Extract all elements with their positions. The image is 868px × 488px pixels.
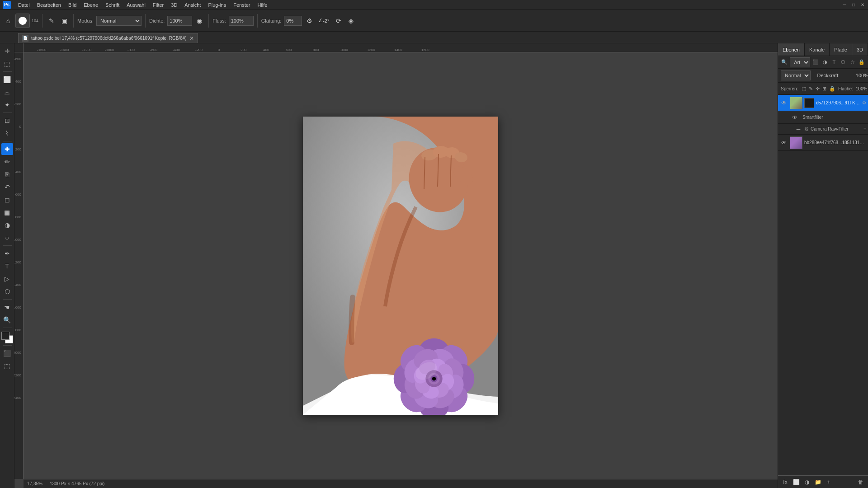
add-layer-button[interactable]: + [824,478,833,487]
camera-raw-options[interactable]: ≡ [863,127,866,131]
filter-shape-icon[interactable]: ⬡ [840,58,847,67]
blur-tool[interactable]: ◑ [1,219,13,231]
tab-3d[interactable]: 3D [852,43,868,56]
sublayer-smartfilter[interactable]: 👁 Smartfilter [778,111,868,124]
home-button[interactable]: ⌂ [3,15,14,26]
maximize-button[interactable]: □ [851,2,856,8]
healing-tool[interactable]: ✚ [1,143,13,155]
screen-mode-tool[interactable]: ⬚ [1,360,13,372]
marquee-tool[interactable]: ⬜ [1,74,13,85]
hand-tool[interactable]: ☚ [1,301,13,313]
color-swatches[interactable] [1,332,13,343]
menu-fenster[interactable]: Fenster [230,0,254,9]
layer-2-visibility[interactable]: 👁 [780,139,788,147]
brush-preview[interactable] [15,14,30,28]
glaettung-input[interactable] [284,16,302,26]
brush-preset-icon[interactable]: ▣ [59,15,70,26]
canvas-workspace[interactable] [24,52,778,479]
dichte-input[interactable] [167,16,192,26]
layer-row-2[interactable]: 👁 bb288ee471f768...18511319da3aad [778,135,868,151]
tab-close-button[interactable]: ✕ [189,35,194,42]
camera-raw-visibility[interactable]: ─ [794,125,802,133]
filter-camera-raw[interactable]: ─ ⛓ Camera Raw-Filter ≡ [778,124,868,135]
lock-artboard-icon[interactable]: ⊞ [822,84,826,93]
fluss-input[interactable] [229,16,254,26]
menu-bild[interactable]: Bild [65,0,80,9]
blend-mode-select[interactable]: Normal [781,70,811,80]
menu-ansicht[interactable]: Ansicht [181,0,204,9]
add-adjustment-button[interactable]: ◑ [802,478,811,487]
angle-value: -2° [323,18,329,23]
lock-position-icon[interactable]: ✛ [816,84,820,93]
fueche-value: 100% [856,86,868,91]
canvas-svg [303,117,498,415]
brush-tool[interactable]: ✏ [1,156,13,168]
move-tool[interactable]: ✛ [1,45,13,57]
shape-tool[interactable]: ⬡ [1,286,13,297]
settings-icon[interactable]: ⚙ [304,15,315,26]
file-tab-bar: 📄 tattoo.psdc bei 17,4% (c571297906dcfd2… [0,32,868,43]
menu-auswahl[interactable]: Auswahl [123,0,149,9]
gradient-tool[interactable]: ▦ [1,206,13,218]
menu-bar: Ps Datei Bearbeiten Bild Ebene Schrift A… [0,0,868,10]
menu-filter[interactable]: Filter [149,0,167,9]
path-select-tool[interactable]: ▷ [1,273,13,285]
menu-ebene[interactable]: Ebene [80,0,102,9]
filter-lock-icon[interactable]: 🔒 [858,58,865,67]
filter-adjust-icon[interactable]: ◑ [821,58,829,67]
menu-plugins[interactable]: Plug-ins [204,0,230,9]
add-style-button[interactable]: fx [781,478,790,487]
lock-all-icon[interactable]: 🔒 [829,84,835,93]
brush-size-value: 104 [32,19,38,23]
tab-pfade[interactable]: Pfade [830,43,852,56]
add-group-button[interactable]: 📁 [813,478,822,487]
zoom-tool[interactable]: 🔍 [1,314,13,326]
eraser-tool[interactable]: ◻ [1,194,13,206]
eyedropper-tool[interactable]: ⌇ [1,127,13,139]
lasso-tool[interactable]: ⌓ [1,86,13,98]
quick-select-tool[interactable]: ✦ [1,99,13,111]
foreground-color[interactable] [1,332,9,340]
menu-schrift[interactable]: Schrift [102,0,123,9]
layer-1-visibility[interactable]: 👁 [780,99,788,107]
add-mask-button[interactable]: ⬜ [792,478,801,487]
lock-transparent-icon[interactable]: ⬚ [802,84,806,93]
stamp-tool[interactable]: ⎘ [1,169,13,180]
artboard-tool[interactable]: ⬚ [1,58,13,70]
quick-mask-tool[interactable]: ⬛ [1,347,13,359]
delete-layer-button[interactable]: 🗑 [856,478,865,487]
ruler-top: -1600 -1400 -1200 -1000 -800 -600 -400 -… [24,43,778,52]
crop-tool[interactable]: ⊡ [1,115,13,127]
menu-datei[interactable]: Datei [14,0,33,9]
layer-row-1[interactable]: 👁 c571297906...91f Kopie ⚙ [778,95,868,111]
tab-ebenen[interactable]: Ebenen [778,43,805,56]
symmetry-icon[interactable]: ⟳ [333,15,344,26]
filter-text-icon[interactable]: T [830,58,838,67]
pressure-icon[interactable]: ◈ [346,15,357,26]
filter-smart-icon[interactable]: ☆ [849,58,856,67]
history-tool[interactable]: ↶ [1,181,13,193]
menu-bearbeiten[interactable]: Bearbeiten [33,0,65,9]
menu-3d[interactable]: 3D [167,0,181,9]
dodge-tool[interactable]: ○ [1,232,13,244]
zoom-level: 17,35% [27,481,42,486]
close-button[interactable]: ✕ [860,2,865,8]
filter-pixel-icon[interactable]: ⬛ [812,58,819,67]
brush-circle [19,17,27,25]
document-size: 1300 Px × 4765 Px (72 ppi) [50,481,104,486]
brush-type-icon[interactable]: ✎ [46,15,57,26]
minimize-button[interactable]: ─ [842,2,847,8]
smartfilter-visibility[interactable]: 👁 [791,113,799,122]
lock-paint-icon[interactable]: ✎ [809,84,813,93]
mode-select[interactable]: Normal [96,16,142,26]
tab-kanale[interactable]: Kanäle [805,43,830,56]
text-tool[interactable]: T [1,260,13,272]
menu-hilfe[interactable]: Hilfe [254,0,271,9]
filter-type-select[interactable]: Art [790,57,810,67]
pen-tool[interactable]: ✒ [1,248,13,259]
canvas-area[interactable]: -1600 -1400 -1200 -1000 -800 -600 -400 -… [14,43,778,488]
airbrush-icon[interactable]: ◉ [194,15,205,26]
tool-separator3 [3,141,12,141]
canvas-document[interactable] [303,117,498,415]
file-tab[interactable]: 📄 tattoo.psdc bei 17,4% (c571297906dcfd2… [18,33,198,43]
